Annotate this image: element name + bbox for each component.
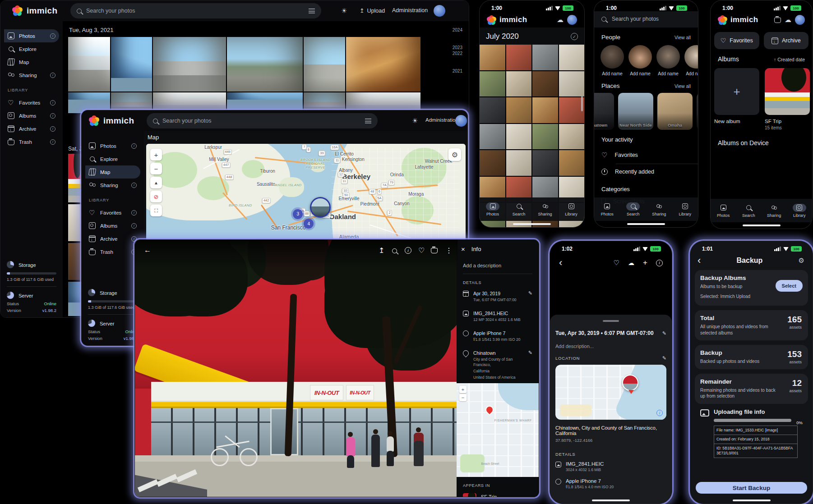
photo-thumb[interactable] [68,282,83,316]
sidebar-item-map[interactable]: Map [85,165,140,179]
photo-tile[interactable] [532,97,558,123]
sidebar-item-sharing[interactable]: Sharingi [85,179,140,192]
album-link-sf-trip[interactable]: SF Trip 15 items [463,493,532,497]
place-tile[interactable]: Near North Side [618,93,653,130]
info-icon[interactable]: i [405,247,411,254]
home-indicator[interactable] [743,225,781,226]
filter-sliders-icon[interactable] [309,8,315,14]
photo-tile[interactable] [480,150,505,176]
timeline-scrubber[interactable]: 2024202320222021 [444,27,462,73]
immich-logo[interactable]: immich [89,115,134,126]
sidebar-item-photos[interactable]: Photosi [4,29,59,42]
backup-cloud-icon[interactable]: ☁ [785,16,791,24]
sidebar-item-explore[interactable]: Explore [85,152,140,165]
tab-sharing[interactable]: Sharing [762,199,787,222]
photo-tile[interactable] [559,71,585,97]
sidebar-item-explore[interactable]: Explore [4,42,59,55]
map-photo-marker[interactable] [310,197,331,218]
place-tile[interactable]: Chinatown [594,93,614,130]
photo-thumbnail[interactable] [304,37,345,92]
photo-thumbnail[interactable] [346,37,420,92]
add-name-link[interactable]: Add name [601,71,624,76]
user-avatar[interactable] [434,5,445,17]
photo-tile[interactable] [532,124,558,150]
favorite-heart-icon[interactable]: ♡ [418,246,425,255]
scrubber-year[interactable]: 2023 [444,45,462,50]
photo-thumb[interactable] [68,204,83,241]
person-face[interactable]: Add name [684,45,698,76]
photo-tile[interactable] [506,124,532,150]
tab-photos[interactable]: Photos [594,197,620,221]
scrubber-year[interactable]: 2022 [444,51,462,56]
photo-tile[interactable] [506,45,532,70]
tab-search[interactable]: Search [620,197,647,221]
immich-logo[interactable]: immich [12,5,57,16]
back-icon[interactable]: ‹ [698,257,701,264]
photo-tile[interactable] [480,97,505,123]
photo-in-n-out[interactable]: IN-N-OUT IN-N-OUT [135,240,457,497]
photo-tile[interactable] [532,45,558,70]
sheet-handle[interactable] [603,320,619,322]
upload-cloud-icon[interactable]: ☁ [628,259,634,266]
photo-tile[interactable] [559,150,585,176]
home-indicator[interactable] [733,499,771,501]
tab-sharing[interactable]: Sharing [646,197,672,221]
add-name-link[interactable]: Add name [628,71,652,76]
add-name-link[interactable]: Add name [684,71,698,76]
start-backup-button[interactable]: Start Backup [696,482,807,494]
map-cluster-marker[interactable]: 4 [304,219,314,229]
photo-tile[interactable] [480,124,505,150]
info-icon[interactable]: i [656,260,663,266]
photo-tile[interactable] [559,45,585,70]
people-view-all[interactable]: View all [674,35,691,40]
compass-button[interactable]: ▲ [150,177,162,188]
photo-thumbnail[interactable] [111,37,152,92]
administration-button[interactable]: Administration [392,7,428,14]
zoom-icon[interactable] [392,247,397,255]
add-description-field[interactable]: Add description... [555,344,666,349]
map-cluster-marker[interactable]: 3 [293,209,303,219]
favorites-button[interactable]: ♡Favorites [714,32,759,49]
new-album-tile[interactable]: + New album [714,68,759,130]
select-button[interactable]: Select [776,280,803,292]
user-avatar[interactable] [567,15,577,25]
back-icon[interactable]: ‹ [559,259,562,266]
photo-thumb[interactable] [68,154,83,202]
fullscreen-button[interactable]: ⛶ [150,205,162,216]
theme-toggle-sun-icon[interactable]: ☀ [412,117,418,125]
sidebar-item-albums[interactable]: Albumsi [85,219,140,232]
photo-tile[interactable] [506,150,532,176]
album-sf-trip-tile[interactable]: SF Trip 15 items [765,68,810,130]
scrubber-year[interactable]: 2024 [444,27,462,32]
zoom-out-button[interactable]: − [150,163,162,174]
location-mini-map[interactable]: FISHERMAN'S WHARF Beach Street +− [457,383,539,477]
layer-toggle-button[interactable]: ⊘ [150,191,162,202]
photo-tile[interactable] [532,150,558,176]
photo-tile[interactable] [506,97,532,123]
tab-search[interactable]: Search [506,197,532,221]
theme-toggle-sun-icon[interactable]: ☀ [341,7,347,15]
edit-date-icon[interactable]: ✎ [528,290,532,303]
search-input[interactable]: Search your photos [70,3,321,18]
sidebar-item-trash[interactable]: Trashi [4,135,59,148]
photo-tile[interactable] [480,45,505,70]
sidebar-item-map[interactable]: Map [4,55,59,69]
edit-date-icon[interactable]: ✎ [662,330,666,336]
filter-sliders-icon[interactable] [365,118,371,124]
sort-created-date[interactable]: ↑ Created date [774,57,805,62]
recently-added-row[interactable]: Recently added [594,164,698,179]
photo-thumbnail[interactable] [68,37,110,92]
edit-location-icon[interactable]: ✎ [528,350,532,380]
places-view-all[interactable]: View all [674,83,691,89]
edit-location-icon[interactable]: ✎ [662,355,666,361]
tab-photos[interactable]: Photos [711,199,736,222]
user-avatar[interactable] [455,115,467,127]
select-all-icon[interactable]: ✓ [571,33,578,40]
tab-photos[interactable]: Photos [480,197,506,221]
home-indicator[interactable] [513,223,551,225]
tab-library[interactable]: Library [558,197,584,221]
photo-tile[interactable] [559,124,585,150]
photo-thumbnail[interactable] [227,37,303,92]
sidebar-item-archive[interactable]: Archivei [85,232,140,245]
sidebar-item-favorites[interactable]: Favoritesi [4,96,59,109]
